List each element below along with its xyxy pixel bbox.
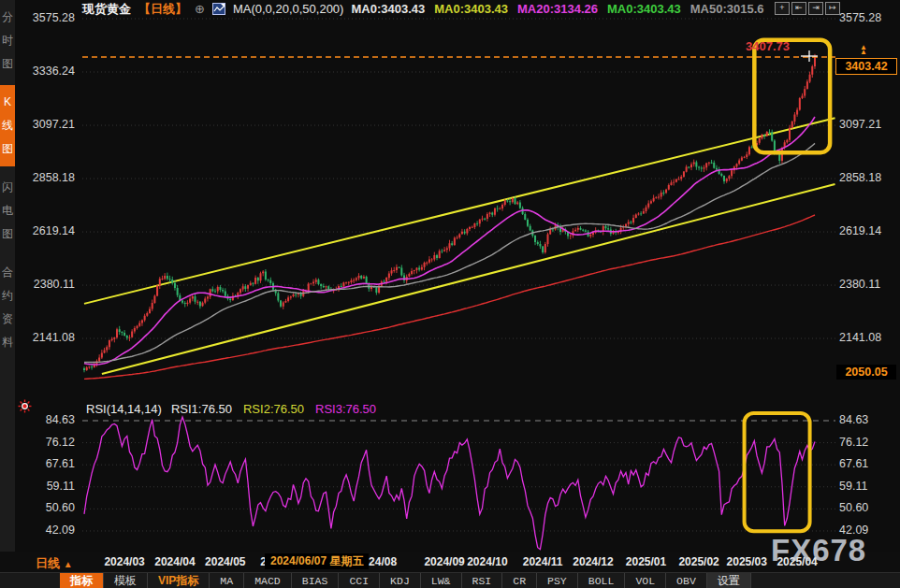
sidebar-tab-char: 时 xyxy=(0,29,15,52)
ma-value-label: MA50:3015.6 xyxy=(690,2,764,16)
sidebar-tab-char: K xyxy=(0,91,15,114)
price-tick-label: 2380.11 xyxy=(28,278,75,291)
pan-right-icon[interactable]: ↦ xyxy=(825,2,840,15)
time-axis-label: 2025/03 xyxy=(727,555,767,568)
period-selector[interactable]: 日线 ▲ xyxy=(36,555,73,572)
price-tick-label: 3097.21 xyxy=(28,118,75,131)
toolbar-tab-cci[interactable]: CCI xyxy=(339,573,380,588)
symbol-title: 现货黄金 xyxy=(82,1,131,18)
toolbar-tab-bias[interactable]: BIAS xyxy=(292,573,340,588)
time-axis-label: 2025/01 xyxy=(626,555,666,568)
ma-value-label: MA20:3134.26 xyxy=(517,2,598,16)
sidebar-tab-char: 电 xyxy=(0,199,15,222)
rsi-value-label: RSI1:76.50 xyxy=(171,402,232,416)
rsi-tick-label: 67.61 xyxy=(839,457,886,470)
price-tick-label: 2619.14 xyxy=(28,224,75,237)
ma-value-label: MA0:3403.43 xyxy=(351,2,425,16)
crosshair-icon[interactable]: + xyxy=(775,2,790,15)
toolbar-tab-lw[interactable]: LW& xyxy=(421,573,462,588)
sidebar-tab-kline-chart[interactable]: K线图 xyxy=(0,85,15,166)
sidebar-tab-char: 图 xyxy=(0,222,15,246)
time-axis-label: 2025/02 xyxy=(678,555,719,568)
watermark: FX678 xyxy=(771,533,866,568)
alert-flash-icon[interactable] xyxy=(18,399,32,417)
sidebar: 分时图K线图闪电图合约资料 xyxy=(0,0,15,553)
toolbar-tab-obv[interactable]: OBV xyxy=(666,573,707,588)
price-tick-label: 2141.08 xyxy=(28,331,75,344)
chart-header: 现货黄金 【日线】 ⊕ MA(0,0,20,0,50,200) MA0:3403… xyxy=(82,1,764,17)
price-tick-label: 2619.14 xyxy=(839,224,886,237)
time-axis-label: 2024/03 xyxy=(104,555,144,568)
sidebar-tab-char: 线 xyxy=(0,114,15,137)
toolbar-tab-cr[interactable]: CR xyxy=(502,573,537,588)
indicator-toolbar: 指标模板VIP指标MAMACDBIASCCIKDJLW&RSICRPSYBOLL… xyxy=(0,572,900,588)
sidebar-tab-contract-info[interactable]: 合约资料 xyxy=(0,255,15,360)
current-price-badge: 3403.42 xyxy=(835,58,897,75)
ma-value-label: MA0:3403.43 xyxy=(434,2,508,16)
toolbar-tab-ma[interactable]: MA xyxy=(210,573,244,588)
sidebar-tab-char: 料 xyxy=(0,331,15,354)
sidebar-tab-char: 合 xyxy=(0,261,15,284)
price-tick-label: 3575.28 xyxy=(839,11,886,24)
ma-value-label: MA0:3403.43 xyxy=(607,2,681,16)
sidebar-tab-char: 约 xyxy=(0,284,15,308)
price-tick-label: 2858.18 xyxy=(28,171,75,184)
zoom-in-icon[interactable]: ⇥ xyxy=(808,2,823,15)
rsi-values: RSI1:76.50RSI2:76.50RSI3:76.50 xyxy=(171,402,376,416)
toolbar-tab-boll[interactable]: BOLL xyxy=(578,573,626,588)
expand-icon[interactable]: ⊕ xyxy=(195,2,205,16)
sidebar-tab-tick-chart[interactable]: 闪电图 xyxy=(0,170,15,251)
sidebar-tab-minute-chart[interactable]: 分时图 xyxy=(0,0,15,81)
price-tick-label: 2141.08 xyxy=(839,331,886,344)
toolbar-tab-vol[interactable]: VOL xyxy=(625,573,666,588)
date-crosshair-tooltip: 2024/06/07 星期五 xyxy=(265,553,369,569)
time-axis-label: 2024/09 xyxy=(424,555,464,568)
ma-values: MA0:3403.43MA0:3403.43MA20:3134.26MA0:34… xyxy=(351,2,763,16)
sidebar-tab-char: 资 xyxy=(0,308,15,331)
price-up-arrows-icon: ▲▲ xyxy=(860,45,867,54)
zoom-out-icon[interactable]: ⇤ xyxy=(791,2,806,15)
ma-indicator-icon[interactable] xyxy=(212,3,225,15)
rsi-tick-label: 42.09 xyxy=(28,523,75,537)
trading-app-window: 分时图K线图闪电图合约资料 现货黄金 【日线】 ⊕ MA(0,0,20,0,50… xyxy=(0,0,900,588)
period-tag: 【日线】 xyxy=(138,1,187,18)
chart-canvas[interactable] xyxy=(0,0,900,588)
ma-params: MA(0,0,20,0,50,200) xyxy=(233,2,344,16)
rsi-tick-label: 59.11 xyxy=(839,480,886,493)
time-axis-label: 2024/12 xyxy=(573,555,613,568)
sidebar-tab-char: 闪 xyxy=(0,176,15,199)
rsi-tick-label: 67.61 xyxy=(28,457,75,470)
toolbar-tab-kdj[interactable]: KDJ xyxy=(380,573,421,588)
toolbar-tab-macd[interactable]: MACD xyxy=(244,573,292,588)
price-tick-label: 3097.21 xyxy=(839,118,886,131)
sidebar-tab-char: 图 xyxy=(0,52,15,76)
time-axis-label: 2024/11 xyxy=(523,555,563,568)
rsi-tick-label: 84.63 xyxy=(28,413,75,426)
rsi-tick-label: 59.11 xyxy=(28,480,75,493)
time-axis: 日线 ▲ 2024/032024/042024/052024/062024/07… xyxy=(0,552,900,572)
sidebar-tab-char: 分 xyxy=(0,6,15,29)
rsi-tick-label: 76.12 xyxy=(28,436,75,449)
chart-window-tools: +⇤⇥↦ xyxy=(775,2,840,15)
toolbar-tab-vip-indicators[interactable]: VIP指标 xyxy=(148,573,210,588)
rsi-indicator-header: RSI(14,14,14) RSI1:76.50RSI2:76.50RSI3:7… xyxy=(86,402,376,416)
toolbar-tab-rsi[interactable]: RSI xyxy=(462,573,503,588)
rsi-tick-label: 84.63 xyxy=(839,413,886,426)
rsi-value-label: RSI2:76.50 xyxy=(243,402,304,416)
toolbar-tab-psy[interactable]: PSY xyxy=(537,573,578,588)
rsi-tick-label: 50.60 xyxy=(28,501,75,514)
rsi-value-label: RSI3:76.50 xyxy=(315,402,376,416)
time-axis-label: 2024/10 xyxy=(467,555,507,568)
price-tick-label: 3336.24 xyxy=(28,65,75,78)
rsi-tick-label: 76.12 xyxy=(839,436,886,449)
price-tick-label: 3575.28 xyxy=(28,11,75,24)
toolbar-tab-indicators[interactable]: 指标 xyxy=(60,573,104,588)
rsi-title: RSI(14,14,14) xyxy=(86,402,162,416)
toolbar-tab-templates[interactable]: 模板 xyxy=(104,573,148,588)
toolbar-tab-settings[interactable]: 设置 xyxy=(707,573,751,588)
time-axis-label: 2024/05 xyxy=(205,555,245,568)
dropdown-up-arrow-icon: ▲ xyxy=(64,559,73,569)
price-tick-label: 2380.11 xyxy=(839,278,886,291)
time-axis-label: 2024/04 xyxy=(154,555,195,568)
session-high-label: 3407.73 xyxy=(746,39,790,53)
